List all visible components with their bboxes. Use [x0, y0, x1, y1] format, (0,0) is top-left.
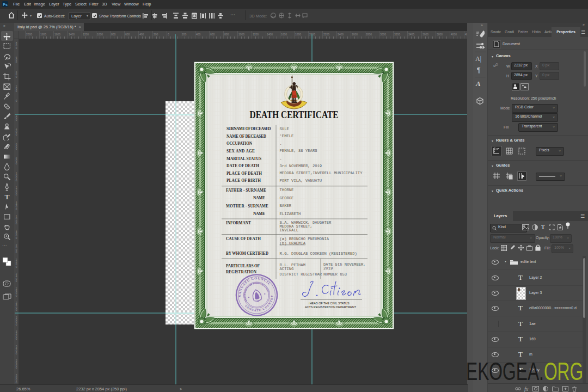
svg-text:SULE: SULE	[280, 127, 289, 131]
svg-text:ACTS REGISTRATION DEPARTMENT: ACTS REGISTRATION DEPARTMENT	[305, 305, 357, 309]
svg-text:MOTHER - SURNAME: MOTHER - SURNAME	[226, 204, 268, 209]
svg-text:DATE OF DEATH: DATE OF DEATH	[226, 163, 259, 168]
svg-text:OCCUPATION: OCCUPATION	[226, 141, 253, 146]
svg-text:INVERALL: INVERALL	[280, 228, 299, 232]
svg-text:NUMBER 653: NUMBER 653	[323, 272, 347, 277]
svg-text:.: .	[280, 142, 282, 146]
svg-text:NAME: NAME	[253, 211, 265, 216]
svg-text:REGISTRATION: REGISTRATION	[226, 270, 257, 274]
svg-text:CAUSE OF DEATH: CAUSE OF DEATH	[226, 236, 261, 241]
svg-text:R.G. DOUGLAS COOKSON (REGISTER: R.G. DOUGLAS COOKSON (REGISTERED)	[280, 252, 357, 256]
svg-text:FEMALE, 88 YEARS: FEMALE, 88 YEARS	[280, 149, 317, 153]
svg-text:BAKER: BAKER	[280, 204, 292, 208]
svg-text:FATHER - SURNAME: FATHER - SURNAME	[226, 188, 266, 193]
svg-text:PLACE OF BIRTH: PLACE OF BIRTH	[226, 178, 261, 183]
svg-text:(b) URAEMIA: (b) URAEMIA	[280, 241, 306, 246]
svg-text:MARITAL STATUS: MARITAL STATUS	[226, 156, 261, 161]
svg-text:fx: fx	[524, 386, 529, 392]
svg-text:PARTICULARS OF: PARTICULARS OF	[226, 264, 260, 268]
svg-text:T: T	[5, 193, 10, 201]
svg-text:GEORGE: GEORGE	[280, 196, 294, 200]
svg-text:NAME: NAME	[253, 195, 265, 200]
svg-text:↑HEAD OF THE CIVIL STATUS: ↑HEAD OF THE CIVIL STATUS	[308, 302, 350, 305]
svg-text:DEATH CERTIFICATE: DEATH CERTIFICATE	[250, 109, 339, 120]
svg-text:ACTING: ACTING	[280, 267, 294, 271]
svg-text:DISTRICT REGISTRAR: DISTRICT REGISTRAR	[280, 272, 322, 277]
svg-text:.: .	[280, 156, 282, 161]
svg-text:MEDORA STREET,INVERELL MUNICIP: MEDORA STREET,INVERELL MUNICIPALITY	[280, 171, 363, 175]
svg-text:PORT VILA, VANUATU: PORT VILA, VANUATU	[280, 179, 322, 183]
svg-text:BY WHOM CERTIFIED: BY WHOM CERTIFIED	[226, 251, 268, 256]
svg-text:Ps: Ps	[3, 3, 8, 7]
svg-text:THORNE: THORNE	[280, 188, 294, 192]
svg-text:NAME OF DECEASED: NAME OF DECEASED	[226, 134, 266, 139]
svg-text:SEX AND AGE: SEX AND AGE	[226, 149, 255, 154]
svg-text:3rd NOVEMBER, 2019: 3rd NOVEMBER, 2019	[280, 164, 322, 168]
svg-text:SURNAME OF DECEASED: SURNAME OF DECEASED	[226, 126, 271, 131]
svg-text:PLACE OF DEATH: PLACE OF DEATH	[226, 171, 262, 176]
svg-text:ELIZABETH: ELIZABETH	[280, 212, 301, 216]
svg-text:INFORMANT: INFORMANT	[226, 220, 251, 225]
svg-text:'EMELE: 'EMELE	[280, 134, 294, 138]
svg-text:2019: 2019	[323, 266, 333, 271]
